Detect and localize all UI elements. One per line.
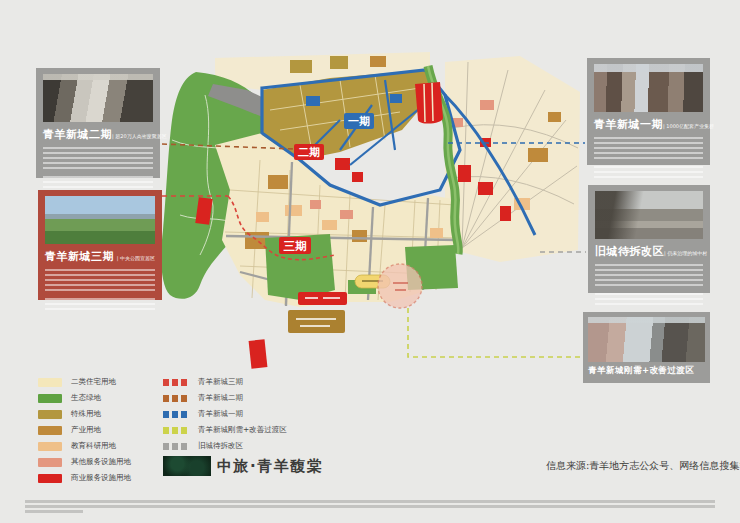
- photo-city-street: [43, 74, 153, 122]
- legend-item: 生态绿地: [38, 390, 131, 406]
- legend-item: 青羊新城刚需+改善过渡区: [163, 422, 287, 438]
- legend-item: 特殊用地: [38, 406, 131, 422]
- source-note: 信息来源:青羊地方志公众号、网络信息搜集等: [546, 459, 740, 473]
- map-transition-circle: [378, 264, 422, 308]
- card-transition: 青羊新城刚需+改善过渡区: [583, 312, 710, 383]
- svg-text:一期: 一期: [348, 115, 370, 128]
- legend-item: 青羊新城三期: [163, 374, 287, 390]
- legend-item: 青羊新城二期: [163, 390, 287, 406]
- legend-item: 教育科研用地: [38, 438, 131, 454]
- legend-swatch-eco-green: [38, 394, 62, 403]
- legend-swatch-special: [38, 410, 62, 419]
- brand-logo-image: [163, 456, 211, 476]
- card-phase3-subtitle: | 中央公园宜居区: [117, 255, 155, 261]
- map-label-phase1: 一期: [344, 113, 374, 129]
- disclaimer-line: [25, 505, 715, 508]
- map-label-phase2: 二期: [294, 144, 324, 160]
- card-phase2: 青羊新城二期 | 超20万人高密度聚居区: [36, 68, 160, 178]
- map-label-phase3: 三期: [279, 237, 311, 254]
- svg-text:三期: 三期: [284, 239, 308, 253]
- legend-swatch-industry: [38, 426, 62, 435]
- card-phase3: 青羊新城三期 | 中央公园宜居区: [38, 190, 162, 300]
- map-fan-district: [445, 56, 580, 262]
- card-oldtown-bodytext: [595, 264, 703, 288]
- card-phase2-bodytext: [43, 147, 153, 171]
- legend-boundaries: 青羊新城三期 青羊新城二期 青羊新城一期 青羊新城刚需+改善过渡区 旧城待拆改区: [163, 374, 287, 454]
- card-phase1-bodytext: [594, 137, 703, 161]
- card-oldtown-subtitle: | 仍未治理的城中村: [664, 250, 707, 256]
- card-phase1-title: 青羊新城一期: [594, 117, 663, 132]
- legend-item: 旧城待拆改区: [163, 438, 287, 454]
- legend-dash-phase2: [163, 395, 189, 402]
- legend-swatch-other-service: [38, 458, 62, 467]
- card-phase3-title: 青羊新城三期: [45, 249, 114, 264]
- legend-item: 其他服务设施用地: [38, 454, 131, 470]
- photo-residential-towers: [588, 317, 705, 362]
- legend-item: 商业服务设施用地: [38, 470, 131, 486]
- legend-item: 二类住宅用地: [38, 374, 131, 390]
- connector-transition: [408, 308, 581, 357]
- legend-swatch-commercial: [38, 474, 62, 483]
- card-phase1: 青羊新城一期 | 1000亿配套产业集群: [587, 58, 710, 165]
- legend-dash-phase1: [163, 411, 189, 418]
- brand-logo-text: 中旅·青羊馥棠: [217, 457, 323, 476]
- card-phase2-title: 青羊新城二期: [43, 127, 112, 142]
- legend-item: 产业用地: [38, 422, 131, 438]
- legend-swatch-education: [38, 442, 62, 451]
- card-oldtown: 旧城待拆改区 | 仍未治理的城中村: [588, 185, 710, 293]
- legend-dash-oldtown: [163, 443, 189, 450]
- card-oldtown-title: 旧城待拆改区: [595, 244, 664, 259]
- card-phase1-subtitle: | 1000亿配套产业集群: [663, 123, 714, 129]
- svg-text:二期: 二期: [298, 146, 320, 159]
- legend-land-use: 二类住宅用地 生态绿地 特殊用地 产业用地 教育科研用地 其他服务设施用地 商业…: [38, 374, 131, 486]
- disclaimer-line: [25, 510, 83, 513]
- photo-old-town: [595, 191, 703, 239]
- legend-dash-transition: [163, 427, 189, 434]
- photo-central-park: [45, 196, 155, 244]
- photo-business-towers: [594, 64, 703, 112]
- disclaimer-line: [25, 500, 715, 503]
- card-phase2-subtitle: | 超20万人高密度聚居区: [112, 133, 167, 139]
- legend-swatch-residential: [38, 378, 62, 387]
- legend-item: 青羊新城一期: [163, 406, 287, 422]
- poster-canvas: 一期 二期 三期 青羊新城二期 | 超20万人高密度聚居区 青羊新城三期 | 中…: [0, 0, 740, 523]
- card-phase3-bodytext: [45, 269, 155, 293]
- map-landmark-red: [415, 82, 443, 124]
- legend-dash-phase3: [163, 379, 189, 386]
- card-transition-title: 青羊新城刚需+改善过渡区: [588, 365, 695, 377]
